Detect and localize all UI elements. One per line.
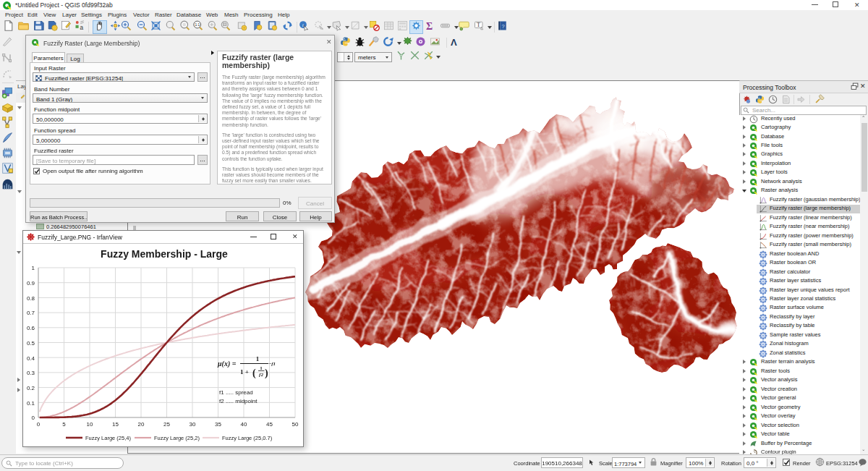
svg-text:Fuzzy Large (25,2): Fuzzy Large (25,2) <box>154 435 200 441</box>
svg-text:0.1: 0.1 <box>27 400 35 407</box>
svg-text:1: 1 <box>32 265 35 271</box>
svg-text:30: 30 <box>190 421 196 428</box>
svg-text:5: 5 <box>62 421 66 428</box>
svg-text:): ) <box>265 368 268 379</box>
svg-text:0.8: 0.8 <box>27 295 35 302</box>
svg-text:10: 10 <box>87 421 93 428</box>
svg-text:50: 50 <box>292 421 299 428</box>
svg-text:0.5: 0.5 <box>27 340 35 347</box>
svg-text:15: 15 <box>112 421 119 428</box>
svg-text:Fuzzy Membership - Large: Fuzzy Membership - Large <box>101 248 228 260</box>
svg-text:1: 1 <box>260 365 263 371</box>
svg-text:T: T <box>477 22 480 28</box>
svg-text:25: 25 <box>163 421 170 428</box>
svg-text:1: 1 <box>256 355 260 362</box>
svg-text:35: 35 <box>215 421 221 428</box>
svg-text:0.6: 0.6 <box>27 325 35 331</box>
svg-text:Fuzzy Large (25,0.7): Fuzzy Large (25,0.7) <box>222 435 273 441</box>
svg-text:0: 0 <box>32 415 35 421</box>
svg-text:1 +: 1 + <box>240 368 249 375</box>
svg-text:a: a <box>80 25 84 31</box>
svg-text:0.7: 0.7 <box>27 310 35 316</box>
svg-text:f2: f2 <box>259 372 263 378</box>
svg-text:40: 40 <box>241 421 247 428</box>
svg-text:0.9: 0.9 <box>27 280 35 287</box>
svg-text:f1 ..... spread: f1 ..... spread <box>219 389 253 396</box>
svg-text:0.4: 0.4 <box>27 355 35 362</box>
svg-text:20: 20 <box>138 421 145 428</box>
svg-text:0.2: 0.2 <box>27 385 35 391</box>
svg-text:?: ? <box>501 23 504 30</box>
svg-text:(: ( <box>252 368 256 379</box>
svg-text:45: 45 <box>266 421 273 428</box>
svg-text:0: 0 <box>37 421 41 428</box>
svg-text:Fuzzy Large (25,4): Fuzzy Large (25,4) <box>85 435 131 441</box>
svg-text:−f1: −f1 <box>268 361 276 367</box>
svg-text:μ(x) =: μ(x) = <box>217 360 237 368</box>
svg-text:1:1: 1:1 <box>195 23 200 27</box>
svg-text:0.3: 0.3 <box>27 370 35 376</box>
svg-text:i: i <box>302 22 304 27</box>
svg-text:f2 ..... midpoint: f2 ..... midpoint <box>219 398 258 404</box>
